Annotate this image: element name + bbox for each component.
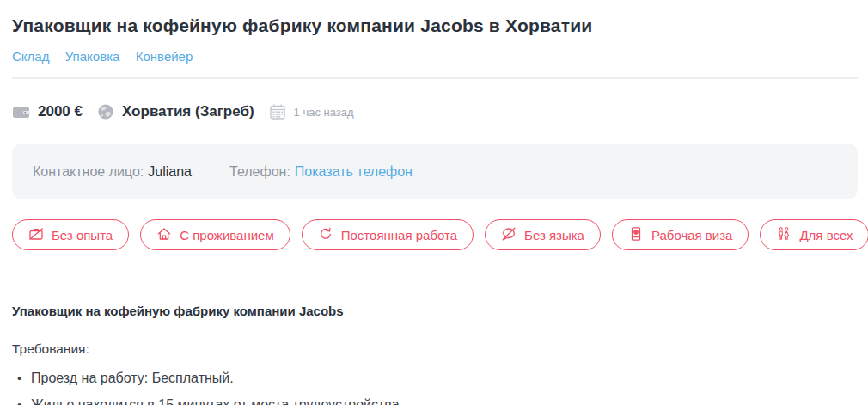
location-value: Хорватия (Загреб) (122, 103, 254, 120)
contact-phone-label: Телефон: (229, 164, 290, 180)
contact-box: Контактное лицо: Juliana Телефон: Показа… (12, 144, 858, 199)
divider (12, 77, 858, 79)
badge-permanent-job[interactable]: Постоянная работа (302, 219, 474, 250)
globe-icon (97, 103, 114, 120)
badge-label: С проживанием (180, 228, 274, 242)
show-phone-link[interactable]: Показать телефон (295, 164, 413, 180)
list-item: Жилье находится в 15 минутах от места тр… (12, 397, 858, 405)
requirements-list: Проезд на работу: Бесплатный. Жилье нахо… (12, 371, 858, 405)
breadcrumb-link-upakovka[interactable]: Упаковка (65, 49, 120, 64)
badge-for-everyone[interactable]: Для всех (760, 219, 868, 250)
badges-row: Без опыта С проживанием Постоянная работ… (12, 219, 858, 250)
no-experience-icon (28, 226, 44, 244)
breadcrumb: Склад–Упаковка–Конвейер (12, 50, 858, 64)
contact-person-name: Juliana (148, 164, 192, 180)
for-everyone-icon (776, 226, 792, 244)
contact-phone: Телефон: Показать телефон (229, 164, 413, 180)
contact-person-label: Контактное лицо: (33, 164, 144, 180)
salary-item: 2000 € (12, 103, 83, 120)
badge-no-language[interactable]: Без языка (485, 219, 601, 250)
badge-label: Постоянная работа (341, 228, 457, 242)
posted-item: 1 час назад (269, 103, 354, 120)
breadcrumb-link-konveyer[interactable]: Конвейер (136, 49, 193, 64)
badge-work-visa[interactable]: Рабочая виза (612, 219, 749, 250)
badge-label: Без языка (524, 228, 584, 242)
work-visa-icon (628, 226, 644, 244)
breadcrumb-link-sklad[interactable]: Склад (12, 49, 49, 64)
wallet-icon (12, 103, 30, 120)
job-meta-row: 2000 € Хорватия (Загреб) (12, 101, 858, 122)
badge-no-experience[interactable]: Без опыта (12, 219, 129, 250)
badge-label: Без опыта (52, 228, 113, 242)
breadcrumb-separator: – (53, 49, 60, 64)
calendar-icon (269, 103, 286, 120)
location-item: Хорватия (Загреб) (97, 103, 254, 120)
badge-label: Для всех (799, 228, 853, 242)
badge-label: Рабочая виза (651, 228, 732, 242)
contact-person: Контактное лицо: Juliana (33, 164, 192, 180)
description-subtitle: Упаковщик на кофейную фабрику компании J… (12, 304, 858, 318)
badge-housing[interactable]: С проживанием (140, 219, 290, 250)
requirements-label: Требования: (12, 341, 858, 356)
list-item: Проезд на работу: Бесплатный. (12, 371, 858, 386)
breadcrumb-separator: – (124, 49, 131, 64)
permanent-job-icon (318, 226, 333, 244)
salary-value: 2000 € (38, 103, 83, 120)
no-language-icon (501, 226, 517, 244)
job-page: Упаковщик на кофейную фабрику компании J… (0, 14, 868, 405)
posted-value: 1 час назад (294, 106, 354, 119)
page-title: Упаковщик на кофейную фабрику компании J… (12, 14, 858, 37)
housing-icon (156, 226, 172, 244)
